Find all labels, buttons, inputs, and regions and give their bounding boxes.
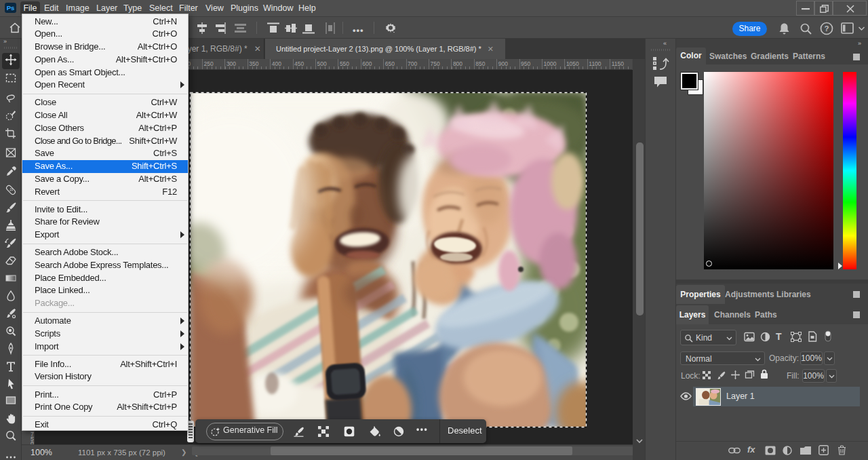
svg-text:?: ? [824,24,829,33]
